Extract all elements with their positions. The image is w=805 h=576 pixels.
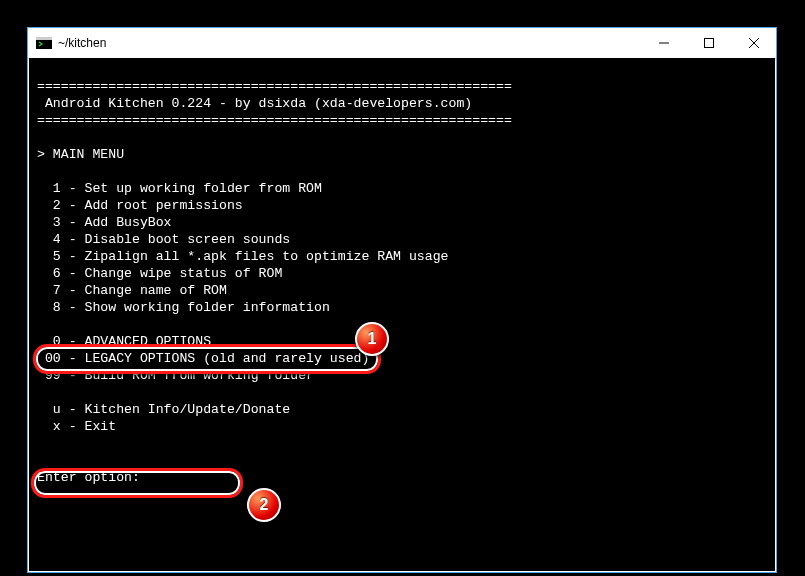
prompt: Enter option: [37, 470, 140, 485]
menu-item: 00 - LEGACY OPTIONS (old and rarely used… [37, 351, 369, 366]
menu-item: 2 - Add root permissions [37, 198, 243, 213]
menu-item: 6 - Change wipe status of ROM [37, 266, 282, 281]
svg-rect-1 [36, 37, 52, 40]
menu-title: > MAIN MENU [37, 147, 124, 162]
close-button[interactable] [731, 28, 776, 58]
menu-item: 7 - Change name of ROM [37, 283, 227, 298]
minimize-button[interactable] [641, 28, 686, 58]
menu-item-advanced: 0 - ADVANCED OPTIONS [37, 334, 211, 349]
menu-item: 1 - Set up working folder from ROM [37, 181, 322, 196]
menu-item: x - Exit [37, 419, 116, 434]
maximize-button[interactable] [686, 28, 731, 58]
app-icon [36, 36, 52, 50]
terminal-window: ~/kitchen ==============================… [27, 27, 777, 573]
titlebar[interactable]: ~/kitchen [28, 28, 776, 59]
menu-item: 8 - Show working folder information [37, 300, 330, 315]
svg-rect-3 [704, 39, 713, 48]
menu-item: 5 - Zipalign all *.apk files to optimize… [37, 249, 449, 264]
menu-item: 3 - Add BusyBox [37, 215, 172, 230]
divider-line: ========================================… [37, 113, 512, 128]
divider-line: ========================================… [37, 79, 512, 94]
menu-item: 4 - Disable boot screen sounds [37, 232, 290, 247]
window-controls [641, 28, 776, 58]
terminal-output[interactable]: ========================================… [29, 58, 775, 571]
window-title: ~/kitchen [58, 36, 641, 50]
menu-item: 99 - Build ROM from working folder [37, 368, 314, 383]
app-header: Android Kitchen 0.224 - by dsixda (xda-d… [37, 96, 472, 111]
menu-item: u - Kitchen Info/Update/Donate [37, 402, 290, 417]
